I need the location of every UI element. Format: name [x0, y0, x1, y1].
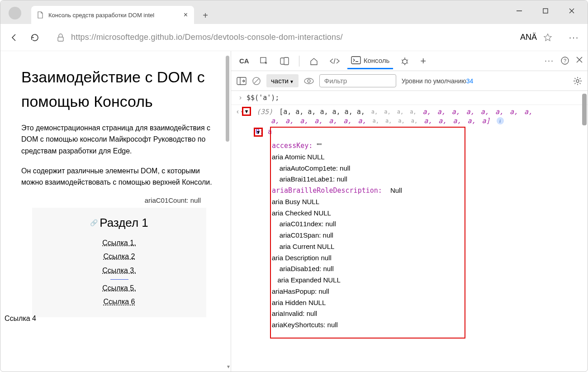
back-button[interactable]: [8, 31, 20, 44]
close-window-button[interactable]: [565, 4, 579, 18]
svg-rect-7: [284, 57, 289, 65]
console-output: › $$('a'); ‹· ▼ (35) [a, a, a, a, a, a, …: [231, 91, 588, 372]
svg-rect-8: [351, 57, 360, 64]
live-expression-icon[interactable]: [304, 77, 314, 85]
devtools-add-tab[interactable]: +: [417, 52, 430, 71]
tab-title: Консоль средств разработки DOM intel: [48, 12, 179, 19]
devtools-tab-bug[interactable]: [397, 53, 413, 69]
devtools-tab-ca[interactable]: CA: [236, 53, 253, 68]
browser-titlebar: Консоль средств разработки DOM intel × +: [0, 0, 588, 24]
maximize-button[interactable]: [539, 4, 552, 18]
divider: [299, 56, 299, 67]
devtools-pane: CA Консоль + ··· ? части▼ Уровн: [231, 51, 588, 372]
svg-point-20: [576, 80, 579, 82]
device-icon[interactable]: [276, 53, 293, 69]
link-item[interactable]: Ссылка 5.: [102, 284, 136, 292]
link-item[interactable]: Ссылка 2: [104, 253, 135, 260]
divider: [110, 279, 128, 280]
svg-rect-4: [58, 37, 63, 41]
console-result: ‹· ▼ (35) [a, a, a, a, a, a, a, a,a,a,a,…: [231, 105, 588, 335]
log-levels-selector[interactable]: Уровни по умолчанию34: [402, 77, 474, 85]
array-item-0: ▼ 0: a accessKey: ""aria Atomic NULL ari…: [237, 128, 588, 333]
svg-text:?: ?: [564, 58, 566, 63]
window-controls: [512, 4, 579, 18]
browser-toolbar: https://microsoftedge.github.io/Demos/de…: [0, 24, 588, 51]
expand-item-toggle[interactable]: ▼: [254, 128, 263, 137]
inspect-icon[interactable]: [256, 53, 273, 69]
filter-input[interactable]: [319, 74, 396, 87]
svg-line-17: [254, 79, 259, 83]
link-item[interactable]: Ссылка 6: [104, 298, 135, 305]
devtools-tab-console[interactable]: Консоль: [347, 52, 394, 69]
svg-point-18: [304, 78, 313, 84]
expand-array-toggle[interactable]: ▼: [242, 107, 251, 116]
devtools-help-icon[interactable]: ?: [560, 56, 569, 66]
more-button[interactable]: ···: [568, 31, 580, 44]
reader-indicator[interactable]: ANÄ: [520, 33, 537, 42]
page-heading: Взаимодействие с DOM с помощью Консоль: [21, 65, 217, 114]
aria-count-label: ariaC01Count: null: [21, 196, 201, 204]
svg-rect-1: [543, 9, 548, 13]
link-list: Ссылка 1. Ссылка 2 Ссылка 3. Ссылка 5. С…: [32, 236, 206, 309]
properties-highlight: [270, 127, 465, 339]
settings-icon[interactable]: [573, 76, 582, 86]
devtools-tab-elements[interactable]: [326, 53, 344, 69]
svg-point-19: [308, 80, 310, 82]
link-item[interactable]: Ссылка 3.: [102, 267, 136, 274]
url-text: https://microsoftedge.github.io/Demos/de…: [71, 33, 514, 42]
devtools-tabbar: CA Консоль + ··· ?: [231, 51, 588, 71]
console-input-line[interactable]: › $$('a');: [231, 91, 588, 105]
favorite-icon[interactable]: [543, 33, 552, 42]
page-paragraph-2: Он содержит различные элементы DOM, с ко…: [21, 165, 217, 188]
browser-tab[interactable]: Консоль средств разработки DOM intel ×: [31, 6, 194, 24]
array-preview: [a, a, a, a, a, a, a,: [279, 108, 365, 116]
info-icon[interactable]: i: [497, 117, 504, 124]
array-length: (35): [256, 108, 273, 116]
refresh-button[interactable]: [28, 31, 41, 44]
clear-console-icon[interactable]: [252, 76, 261, 86]
profile-avatar[interactable]: [9, 7, 21, 19]
tab-close-icon[interactable]: ×: [184, 11, 188, 19]
link-item[interactable]: Ссылка 1.: [102, 239, 136, 247]
scroll-down-icon[interactable]: ▾: [227, 363, 230, 370]
devtools-close-icon[interactable]: [576, 56, 583, 66]
devtools-tab-welcome[interactable]: [306, 53, 322, 69]
address-bar[interactable]: https://microsoftedge.github.io/Demos/de…: [49, 28, 560, 47]
svg-point-9: [403, 59, 407, 64]
minimize-button[interactable]: [512, 4, 526, 18]
page-scrollbar[interactable]: [226, 56, 229, 142]
sidebar-toggle-icon[interactable]: [237, 77, 247, 85]
issues-count: 34: [466, 77, 474, 85]
context-selector[interactable]: части▼: [266, 74, 299, 87]
page-paragraph-1: Это демонстрационная страница для взаимо…: [21, 122, 217, 157]
content-area: Взаимодействие с DOM с помощью Консоль Э…: [0, 51, 588, 372]
console-toolbar: части▼ Уровни по умолчанию34: [231, 71, 588, 91]
floating-link[interactable]: Ссылка 4: [5, 315, 36, 323]
devtools-more-icon[interactable]: ···: [545, 56, 554, 66]
lock-icon: [57, 33, 65, 42]
section-box: Раздел 1 Ссылка 1. Ссылка 2 Ссылка 3. Сс…: [32, 208, 206, 317]
tab-label: Консоль: [364, 57, 390, 64]
page-icon: [37, 11, 44, 19]
new-tab-button[interactable]: +: [198, 8, 213, 23]
page-pane: Взаимодействие с DOM с помощью Консоль Э…: [0, 51, 231, 372]
section-title: Раздел 1: [32, 216, 206, 230]
